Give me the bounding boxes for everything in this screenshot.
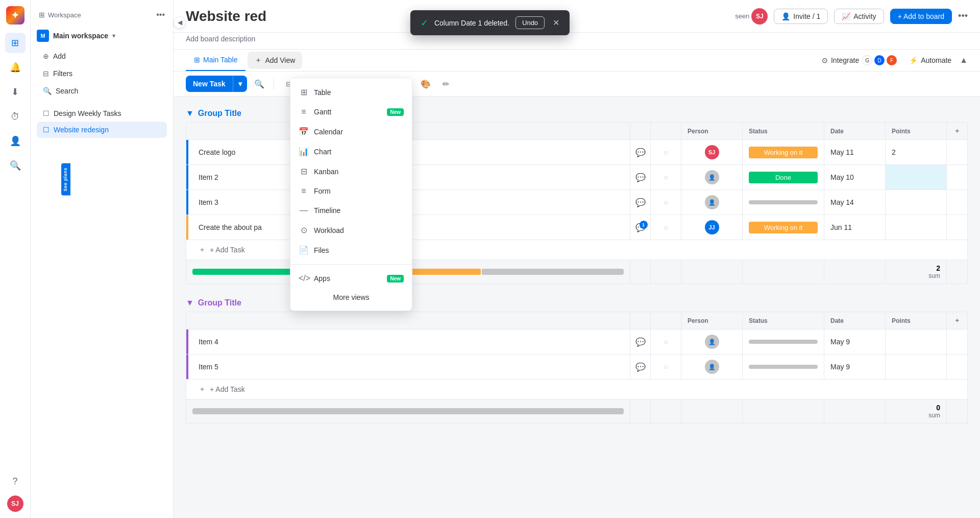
summary-status-cell [743, 260, 824, 284]
status-cell[interactable]: Done [743, 165, 824, 190]
rail-recent-icon[interactable]: ⏱ [5, 106, 26, 127]
add-to-board-button[interactable]: + Add to board [890, 9, 952, 24]
checkbox-icon[interactable]: ○ [664, 148, 668, 156]
dropdown-item-workload[interactable]: ⊙ Workload [290, 220, 412, 240]
google-icon: G [862, 55, 872, 65]
checkbox-cell[interactable]: ○ [651, 215, 681, 240]
comment-icon[interactable]: 💬 [635, 337, 646, 347]
task-name[interactable]: Item 2 [199, 173, 218, 181]
col2-add-header[interactable]: ＋ [947, 312, 967, 329]
comment-icon[interactable]: 💬 [635, 198, 646, 207]
comment-cell[interactable]: 💬 1 [630, 215, 651, 240]
comment-cell[interactable]: 💬 [630, 190, 651, 215]
checkbox-icon[interactable]: ○ [664, 198, 668, 206]
checkbox-icon[interactable]: ○ [664, 173, 668, 181]
invite-button[interactable]: 👤 Invite / 1 [774, 9, 828, 24]
checkbox-cell[interactable]: ○ [651, 140, 681, 164]
toolbar-edit-icon-btn[interactable]: ✏ [438, 76, 454, 92]
rail-home-icon[interactable]: ⊞ [5, 33, 26, 53]
new-task-dropdown-arrow[interactable]: ▾ [233, 76, 247, 92]
status-cell[interactable]: Working on it [743, 140, 824, 164]
comment-icon[interactable]: 💬 [635, 362, 646, 372]
automate-button[interactable]: ⚡ Automate [905, 54, 955, 66]
group-1-chevron-icon[interactable]: ▼ [186, 109, 194, 118]
status-badge [749, 340, 818, 344]
task-name[interactable]: Create the about pa [199, 223, 262, 231]
filter-icon: ⊟ [43, 69, 49, 78]
toast-close-icon[interactable]: ✕ [553, 18, 559, 28]
task-name[interactable]: Item 3 [199, 198, 218, 206]
logo-mark: ✦ [11, 10, 19, 21]
comment-cell[interactable]: 💬 [630, 165, 651, 190]
workspace-more-icon[interactable]: ••• [156, 10, 165, 19]
toast-undo-button[interactable]: Undo [516, 16, 545, 29]
status-cell[interactable] [743, 329, 824, 354]
person-cell[interactable]: JJ [681, 215, 743, 240]
rail-search-icon[interactable]: 🔍 [5, 155, 26, 176]
add-task-row-2[interactable]: ＋ + Add Task [186, 380, 968, 399]
sidebar-item-design-weekly[interactable]: ☐ Design Weekly Tasks [37, 105, 167, 122]
sidebar-collapse-button[interactable]: ◀ [174, 16, 186, 29]
person-avatar: 👤 [705, 170, 719, 184]
dropdown-item-gantt[interactable]: ≡ Gantt New [290, 102, 412, 122]
dropdown-item-timeline[interactable]: — Timeline [290, 201, 412, 220]
status-cell[interactable]: Working on it [743, 215, 824, 240]
group-2-chevron-icon[interactable]: ▼ [186, 298, 194, 308]
date-cell: Jun 11 [824, 215, 886, 240]
dropdown-item-calendar[interactable]: 📅 Calendar [290, 122, 412, 142]
dropdown-item-apps[interactable]: </> Apps New [290, 269, 412, 288]
person-cell[interactable]: SJ [681, 140, 743, 164]
dropdown-item-chart[interactable]: 📊 Chart [290, 142, 412, 161]
checkbox-icon[interactable]: ○ [664, 338, 668, 346]
sidebar-item-website-redesign[interactable]: ☐ Website redesign [37, 122, 167, 138]
rail-download-icon[interactable]: ⬇ [5, 82, 26, 102]
rail-help-icon[interactable]: ? [5, 471, 26, 491]
col-add-header[interactable]: ＋ [947, 123, 967, 139]
rail-people-icon[interactable]: 👤 [5, 131, 26, 151]
dropdown-more-views[interactable]: More views [290, 288, 412, 307]
task-name[interactable]: Item 4 [199, 338, 218, 346]
dropdown-item-files[interactable]: 📄 Files [290, 240, 412, 260]
checkbox-cell[interactable]: ○ [651, 165, 681, 190]
person-cell[interactable]: 👤 [681, 329, 743, 354]
task-name[interactable]: Item 5 [199, 363, 218, 371]
person-cell[interactable]: 👤 [681, 190, 743, 215]
see-plans-banner[interactable]: See plans [61, 163, 70, 196]
comment-icon[interactable]: 💬 [635, 173, 646, 182]
activity-button[interactable]: 📈 Activity [834, 9, 884, 24]
checkbox-cell[interactable]: ○ [651, 329, 681, 354]
progress-bar-2 [192, 408, 624, 414]
dropdown-item-kanban[interactable]: ⊟ Kanban [290, 161, 412, 181]
dropdown-item-form[interactable]: ≡ Form [290, 181, 412, 201]
toolbar-paint-icon-btn[interactable]: 🎨 [418, 76, 434, 92]
rail-notifications-icon[interactable]: 🔔 [5, 57, 26, 78]
task-name[interactable]: Create logo [199, 148, 235, 156]
comment-cell[interactable]: 💬 [630, 355, 651, 379]
sidebar-add-action[interactable]: ⊕ Add [37, 48, 167, 64]
toolbar-search-button[interactable]: 🔍 [251, 76, 267, 92]
checkbox-cell[interactable]: ○ [651, 355, 681, 379]
add-view-button[interactable]: ＋ Add View [248, 52, 302, 69]
comment-icon[interactable]: 💬 [635, 148, 646, 157]
comment-cell[interactable]: 💬 [630, 329, 651, 354]
header-more-icon[interactable]: ••• [958, 11, 968, 21]
main-workspace-selector[interactable]: M Main workspace ▾ [31, 28, 173, 48]
board-description[interactable]: Add board description [174, 33, 980, 50]
checkbox-cell[interactable]: ○ [651, 190, 681, 215]
collapse-right-icon[interactable]: ▲ [960, 56, 968, 65]
status-cell[interactable] [743, 190, 824, 215]
comment-cell[interactable]: 💬 [630, 140, 651, 164]
dropdown-item-table[interactable]: ⊞ Table [290, 82, 412, 102]
sidebar-search-action[interactable]: 🔍 Search [37, 83, 167, 99]
new-task-button[interactable]: New Task ▾ [186, 76, 247, 92]
checkbox-icon[interactable]: ○ [664, 363, 668, 371]
tab-main-table[interactable]: ⊞ Main Table [186, 50, 246, 71]
integrate-button[interactable]: ⊙ Integrate G D F [818, 53, 901, 67]
person-cell[interactable]: 👤 [681, 165, 743, 190]
checkbox-icon[interactable]: ○ [664, 223, 668, 231]
user-avatar[interactable]: SJ [7, 496, 23, 512]
add-view-dropdown: ⊞ Table ≡ Gantt New 📅 Calendar 📊 Chart ⊟… [290, 78, 412, 311]
status-cell[interactable] [743, 355, 824, 379]
person-cell[interactable]: 👤 [681, 355, 743, 379]
sidebar-filters-action[interactable]: ⊟ Filters [37, 65, 167, 82]
